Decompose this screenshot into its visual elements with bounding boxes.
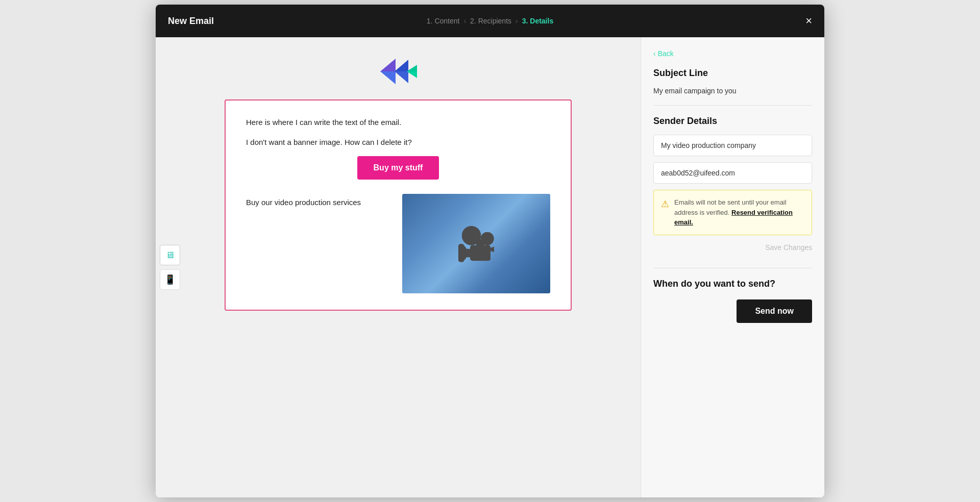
- preview-panel: 🖥 📱: [156, 37, 641, 497]
- step-recipients[interactable]: 2. Recipients: [470, 17, 511, 25]
- back-chevron-icon: ‹: [653, 49, 656, 58]
- send-now-button[interactable]: Send now: [737, 299, 812, 323]
- mobile-icon: 📱: [164, 274, 176, 285]
- subject-line-section: Subject Line My email campaign to you: [653, 68, 812, 95]
- svg-marker-2: [395, 60, 408, 71]
- sender-email-input[interactable]: [653, 162, 812, 184]
- step-chevron-2: ›: [516, 17, 518, 25]
- step-details[interactable]: 3. Details: [522, 17, 553, 25]
- email-text-1: Here is where I can write the text of th…: [246, 117, 550, 129]
- warning-icon: ⚠: [661, 198, 669, 210]
- camera-image: [402, 194, 550, 293]
- svg-marker-1: [380, 71, 396, 84]
- steps-nav: 1. Content › 2. Recipients › 3. Details: [427, 17, 553, 25]
- step-chevron-1: ›: [463, 17, 466, 25]
- desktop-view-button[interactable]: 🖥: [160, 245, 180, 265]
- modal-body: 🖥 📱: [156, 37, 824, 497]
- modal-header: New Email 1. Content › 2. Recipients › 3…: [156, 5, 824, 37]
- verification-warning: ⚠ Emails will not be sent until your ema…: [653, 190, 812, 235]
- section-text: Buy our video production services: [246, 194, 392, 207]
- subject-line-title: Subject Line: [653, 68, 812, 79]
- divider-2: [653, 268, 812, 268]
- email-preview-card: Here is where I can write the text of th…: [225, 99, 572, 311]
- email-section: Buy our video production services: [246, 194, 550, 293]
- desktop-icon: 🖥: [165, 250, 175, 261]
- sender-name-input[interactable]: [653, 135, 812, 156]
- sender-details-section: Sender Details ⚠ Emails will not be sent…: [653, 116, 812, 258]
- step-content[interactable]: 1. Content: [427, 17, 460, 25]
- when-to-send-section: When do you want to send? Send now: [653, 279, 812, 289]
- subject-line-value: My email campaign to you: [653, 87, 812, 95]
- new-email-modal: New Email 1. Content › 2. Recipients › 3…: [156, 5, 824, 497]
- back-label: Back: [658, 49, 674, 58]
- side-toolbar: 🖥 📱: [156, 241, 184, 294]
- email-text-2: I don't want a banner image. How can I d…: [246, 137, 550, 148]
- buy-button[interactable]: Buy my stuff: [357, 156, 439, 180]
- save-changes-button[interactable]: Save Changes: [653, 241, 812, 254]
- right-panel: ‹ Back Subject Line My email campaign to…: [641, 37, 824, 497]
- svg-marker-3: [395, 71, 408, 83]
- close-button[interactable]: ×: [805, 15, 812, 27]
- back-link[interactable]: ‹ Back: [653, 49, 812, 58]
- svg-marker-0: [380, 59, 396, 71]
- warning-text: Emails will not be sent until your email…: [674, 197, 804, 228]
- modal-title: New Email: [168, 16, 214, 27]
- when-send-title: When do you want to send?: [653, 279, 812, 289]
- right-panel-inner: ‹ Back Subject Line My email campaign to…: [641, 37, 824, 335]
- logo-area: [375, 54, 421, 91]
- brand-logo: [375, 54, 421, 89]
- mobile-view-button[interactable]: 📱: [160, 269, 180, 290]
- sender-details-title: Sender Details: [653, 116, 812, 127]
- divider-1: [653, 105, 812, 106]
